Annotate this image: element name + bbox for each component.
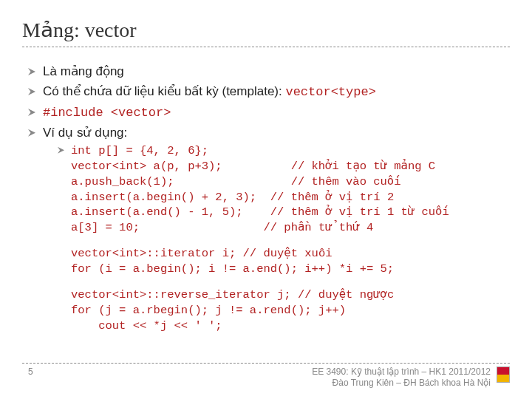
bullet-item: Là mảng động [28,64,510,81]
page-number: 5 [28,366,33,377]
footer: 5 EE 3490: Kỹ thuật lập trình – HK1 2011… [22,363,510,389]
code-item: int p[] = {4, 2, 6}; vector<int> a(p, p+… [58,143,510,334]
code-block: vector<int>::reverse_iterator j; // duyệ… [71,287,510,334]
bullet-item: Có thể chứa dữ liệu kiểu bất kỳ (templat… [28,83,510,101]
slide-title: Mảng: vector [22,18,510,47]
footer-line: EE 3490: Kỹ thuật lập trình – HK1 2011/2… [33,366,491,378]
university-logo-icon [497,366,510,383]
bullet-text: Có thể chứa dữ liệu kiểu bất kỳ (templat… [43,84,285,98]
bullet-item: #include <vector> [28,104,510,122]
footer-refs: EE 3490: Kỹ thuật lập trình – HK1 2011/2… [33,366,491,389]
sub-list: int p[] = {4, 2, 6}; vector<int> a(p, p+… [43,143,510,334]
footer-line: Đào Trung Kiên – ĐH Bách khoa Hà Nội [33,378,491,389]
bullet-text: Ví dụ sử dụng: [43,126,127,140]
inline-code: #include <vector> [43,106,171,120]
bullet-item: Ví dụ sử dụng: int p[] = {4, 2, 6}; vect… [28,125,510,334]
code-block: int p[] = {4, 2, 6}; vector<int> a(p, p+… [71,143,510,236]
inline-code: vector<type> [285,85,375,99]
bullet-list: Là mảng động Có thể chứa dữ liệu kiểu bấ… [22,64,510,334]
code-block: vector<int>::iterator i; // duyệt xuôi f… [71,246,510,277]
